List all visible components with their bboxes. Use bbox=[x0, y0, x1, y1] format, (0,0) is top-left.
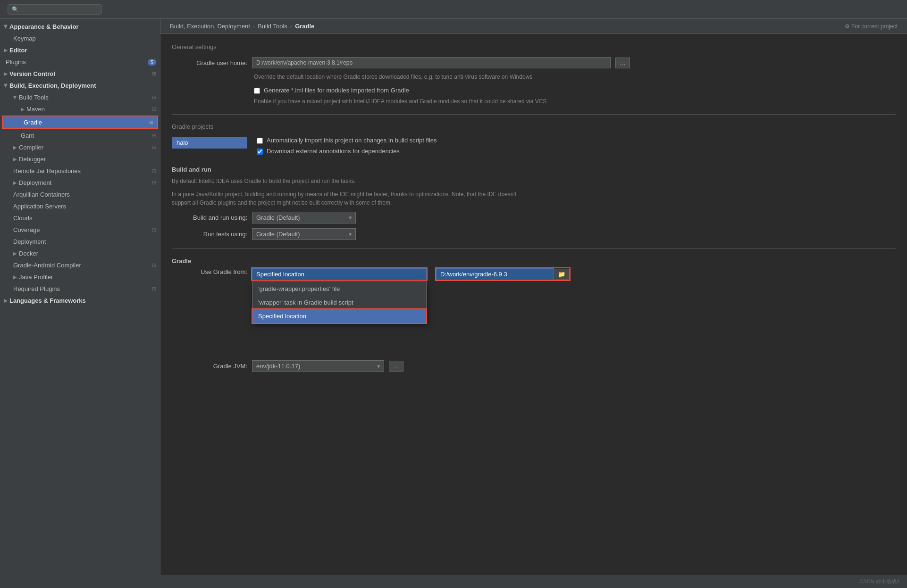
copy-icon: ⊞ bbox=[152, 71, 156, 77]
sidebar-item-compiler[interactable]: ▶ Compiler ⊞ bbox=[0, 141, 160, 153]
content-area: Build, Execution, Deployment › Build Too… bbox=[160, 19, 907, 575]
build-run-using-dropdown[interactable]: Gradle (Default) bbox=[252, 212, 356, 224]
sidebar: ▶ Appearance & Behavior Keymap ▶ Editor … bbox=[0, 19, 160, 575]
dropdown-option-wrapper-properties[interactable]: 'gradle-wrapper.properties' file bbox=[252, 282, 426, 296]
sidebar-item-label: Version Control bbox=[9, 70, 55, 77]
sidebar-item-appearance[interactable]: ▶ Appearance & Behavior bbox=[0, 21, 160, 33]
sidebar-item-build-tools[interactable]: ▶ Build Tools ⊞ bbox=[0, 91, 160, 103]
for-project-label: ⚙ For current project bbox=[845, 23, 898, 30]
run-tests-using-dropdown[interactable]: Gradle (Default) bbox=[252, 228, 356, 240]
sidebar-item-app-servers[interactable]: Application Servers bbox=[0, 200, 160, 212]
search-input[interactable] bbox=[8, 4, 102, 15]
sidebar-item-label: Editor bbox=[9, 47, 27, 54]
sidebar-item-gant[interactable]: Gant ⊞ bbox=[0, 130, 160, 141]
gradle-user-home-label: Gradle user home: bbox=[172, 59, 247, 66]
gradle-jvm-label: Gradle JVM: bbox=[172, 363, 247, 370]
copy-icon-gant: ⊞ bbox=[152, 133, 156, 139]
copy-icon-build-tools: ⊞ bbox=[152, 94, 156, 100]
sidebar-item-label: Docker bbox=[19, 250, 38, 257]
sidebar-item-gradle[interactable]: Gradle ⊞ bbox=[3, 116, 157, 128]
copy-icon-required: ⊞ bbox=[152, 286, 156, 292]
run-tests-using-label: Run tests using: bbox=[172, 231, 247, 238]
breadcrumb-right: ⚙ For current project bbox=[845, 23, 898, 30]
sidebar-item-version-control[interactable]: ▶ Version Control ⊞ bbox=[0, 68, 160, 80]
copy-icon-remote: ⊞ bbox=[152, 168, 156, 174]
gradle-user-home-input[interactable] bbox=[252, 57, 611, 68]
sidebar-item-editor[interactable]: ▶ Editor bbox=[0, 44, 160, 56]
sidebar-item-label: Java Profiler bbox=[19, 273, 53, 281]
sidebar-item-label: Compiler bbox=[19, 144, 43, 151]
sidebar-item-label: Debugger bbox=[19, 156, 46, 163]
copy-icon-gradle-android: ⊞ bbox=[152, 262, 156, 268]
footer-attribution: CSDN @木易成4 bbox=[859, 578, 899, 585]
auto-import-label: Automatically import this project on cha… bbox=[267, 137, 437, 144]
sidebar-item-keymap[interactable]: Keymap bbox=[0, 33, 160, 44]
build-run-title: Build and run bbox=[172, 166, 896, 173]
breadcrumb-sep1: › bbox=[253, 23, 255, 30]
breadcrumb-part3: Gradle bbox=[295, 23, 314, 30]
footer-bar: CSDN @木易成4 bbox=[0, 575, 907, 588]
breadcrumb-part2: Build Tools bbox=[258, 23, 287, 30]
dropdown-option-wrapper-task[interactable]: 'wrapper' task in Gradle build script bbox=[252, 296, 426, 309]
generate-iml-checkbox[interactable] bbox=[254, 88, 260, 94]
copy-icon-coverage: ⊞ bbox=[152, 227, 156, 233]
sidebar-item-label: Build, Execution, Deployment bbox=[9, 82, 96, 89]
arrow-maven: ▶ bbox=[21, 107, 25, 112]
copy-icon-deployment: ⊞ bbox=[152, 180, 156, 186]
gradle-user-home-browse-button[interactable]: … bbox=[615, 58, 630, 68]
gradle-jvm-browse-button[interactable]: … bbox=[389, 361, 403, 372]
dropdown-option-specified-location[interactable]: Specified location bbox=[252, 309, 426, 323]
generate-iml-row: Generate *.iml files for modules importe… bbox=[254, 87, 896, 94]
sidebar-item-deployment2[interactable]: Deployment bbox=[0, 236, 160, 248]
breadcrumb-path: Build, Execution, Deployment › Build Too… bbox=[170, 23, 314, 30]
project-item-halo[interactable]: halo bbox=[172, 137, 247, 149]
separator1 bbox=[172, 114, 896, 115]
arrow-appearance: ▶ bbox=[3, 25, 8, 29]
sidebar-item-coverage[interactable]: Coverage ⊞ bbox=[0, 224, 160, 236]
sidebar-item-deployment-sub[interactable]: ▶ Deployment ⊞ bbox=[0, 177, 160, 189]
sidebar-item-clouds[interactable]: Clouds bbox=[0, 212, 160, 224]
sidebar-item-languages[interactable]: ▶ Languages & Frameworks bbox=[0, 295, 160, 306]
arrow-java-profiler: ▶ bbox=[13, 274, 17, 280]
gradle-location-browse-button[interactable]: 📁 bbox=[554, 269, 570, 280]
sidebar-item-arquillian[interactable]: Arquillian Containers bbox=[0, 189, 160, 200]
arrow-compiler: ▶ bbox=[13, 145, 17, 150]
sidebar-item-label: Deployment bbox=[13, 238, 46, 245]
sidebar-item-debugger[interactable]: ▶ Debugger bbox=[0, 153, 160, 165]
sidebar-item-label: Gradle-Android Compiler bbox=[13, 262, 81, 269]
auto-import-checkbox[interactable] bbox=[257, 138, 263, 144]
sidebar-item-label: Application Servers bbox=[13, 203, 66, 210]
gradle-home-hint: Override the default location where Grad… bbox=[254, 73, 584, 81]
run-tests-using-row: Run tests using: Gradle (Default) bbox=[172, 228, 896, 240]
gradle-projects-title: Gradle projects bbox=[172, 123, 896, 130]
gradle-jvm-dropdown-wrapper: env/jdk-11.0.17) bbox=[252, 360, 384, 372]
arrow-docker: ▶ bbox=[13, 251, 17, 256]
sidebar-item-gradle-android[interactable]: Gradle-Android Compiler ⊞ bbox=[0, 259, 160, 271]
sidebar-item-remote-jar[interactable]: Remote Jar Repositories ⊞ bbox=[0, 165, 160, 177]
arrow-deployment: ▶ bbox=[13, 180, 17, 185]
sidebar-item-label: Arquillian Containers bbox=[13, 191, 70, 198]
sidebar-item-maven[interactable]: ▶ Maven ⊞ bbox=[0, 103, 160, 115]
top-bar bbox=[0, 0, 907, 19]
run-tests-using-dropdown-wrapper: Gradle (Default) bbox=[252, 228, 356, 240]
copy-icon-gradle: ⊞ bbox=[149, 119, 153, 125]
sidebar-item-label: Remote Jar Repositories bbox=[13, 167, 81, 174]
sidebar-item-build-execution[interactable]: ▶ Build, Execution, Deployment bbox=[0, 80, 160, 91]
gradle-location-input[interactable] bbox=[436, 268, 554, 280]
content-inner: General settings Gradle user home: … Ove… bbox=[160, 34, 907, 386]
gradle-jvm-dropdown[interactable]: env/jdk-11.0.17) bbox=[252, 360, 384, 372]
download-annotations-checkbox[interactable] bbox=[257, 149, 263, 155]
sidebar-item-plugins[interactable]: Plugins 5 bbox=[0, 56, 160, 68]
use-gradle-from-row: Use Gradle from: Specified location 'gra… bbox=[172, 268, 896, 280]
generate-iml-hint: Enable if you have a mixed project with … bbox=[254, 98, 584, 106]
arrow-build: ▶ bbox=[3, 84, 8, 88]
sidebar-item-java-profiler[interactable]: ▶ Java Profiler bbox=[0, 271, 160, 283]
use-gradle-from-dropdown[interactable]: Specified location bbox=[252, 268, 427, 280]
sidebar-item-label: Build Tools bbox=[19, 94, 49, 101]
build-run-using-label: Build and run using: bbox=[172, 214, 247, 221]
sidebar-item-required-plugins[interactable]: Required Plugins ⊞ bbox=[0, 283, 160, 295]
sidebar-item-docker[interactable]: ▶ Docker bbox=[0, 248, 160, 259]
gradle-title: Gradle bbox=[172, 257, 896, 265]
sidebar-item-label: Coverage bbox=[13, 226, 40, 233]
sidebar-item-label: Languages & Frameworks bbox=[9, 297, 86, 304]
